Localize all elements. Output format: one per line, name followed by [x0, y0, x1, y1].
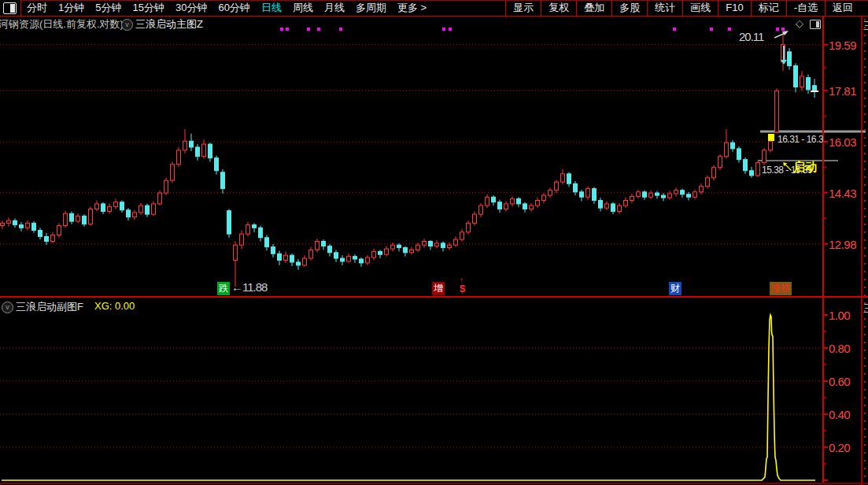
- signal-dot: [781, 28, 785, 31]
- candle-body: [171, 165, 175, 180]
- resistance-level-label: 16.31 - 16.33: [778, 134, 823, 145]
- candle-body: [246, 225, 250, 234]
- candle-body: [441, 243, 445, 248]
- candle-body: [731, 143, 735, 149]
- candle-body: [95, 204, 99, 209]
- low-price-label: ←11.88: [231, 280, 267, 294]
- candle-body: [39, 231, 42, 237]
- candle-body: [227, 211, 231, 234]
- candle-body: [492, 197, 496, 202]
- candle-body: [580, 192, 584, 197]
- candle-body: [467, 223, 471, 231]
- candle-body: [133, 213, 137, 217]
- candle-body: [637, 192, 641, 197]
- signal-dot: [317, 28, 320, 31]
- candle-body: [265, 238, 269, 247]
- signal-dot: [449, 28, 452, 31]
- candle-body: [404, 248, 408, 253]
- high-price-label: 20.11: [739, 30, 763, 43]
- candle-body: [341, 258, 345, 261]
- candle-body: [259, 228, 263, 237]
- candle-body: [183, 141, 187, 150]
- price-axis-label: 12.98: [829, 238, 856, 251]
- xg-value-label: XG: 0.00: [94, 300, 135, 312]
- candle-body: [83, 216, 87, 224]
- candle-body: [64, 213, 68, 225]
- candle-body: [366, 257, 370, 263]
- candle-body: [391, 245, 395, 249]
- candle-body: [775, 91, 779, 132]
- candle-body: [718, 157, 722, 168]
- candle-body: [662, 195, 666, 198]
- chevron-down-icon[interactable]: v: [121, 19, 133, 31]
- signal-dot: [776, 28, 779, 31]
- signal-dot: [442, 28, 445, 31]
- diamond-icon[interactable]: ◇: [796, 17, 803, 29]
- candle-body: [284, 255, 288, 260]
- sub-axis-label: 0.60: [829, 375, 850, 388]
- candle-body: [353, 257, 357, 259]
- candle-body: [536, 201, 540, 206]
- candle-body: [649, 193, 653, 197]
- candle-body: [177, 150, 181, 165]
- candle-body: [794, 66, 798, 87]
- candle-body: [410, 250, 414, 252]
- candle-body: [13, 220, 17, 224]
- candle-body: [687, 194, 691, 197]
- candle-body: [668, 194, 672, 198]
- candle-body: [574, 183, 578, 192]
- candle-body: [347, 257, 351, 261]
- candle-body: [70, 213, 74, 221]
- candle-body: [379, 251, 382, 254]
- candle-body: [567, 174, 571, 183]
- candle-body: [45, 236, 49, 241]
- signal-dot: [710, 28, 713, 31]
- candle-body: [807, 78, 811, 90]
- chart-canvas[interactable]: [0, 0, 868, 485]
- candle-body: [750, 171, 754, 176]
- candle-body: [744, 160, 748, 171]
- candle-body: [542, 195, 546, 200]
- price-axis-label: 17.81: [829, 84, 856, 98]
- candle-body: [561, 174, 565, 182]
- signal-dot: [728, 28, 731, 31]
- event-badge-涨榜: 涨榜: [770, 282, 792, 295]
- candle-body: [108, 206, 112, 211]
- stock-title: 河钢资源(日线.前复权.对数): [0, 17, 124, 31]
- candle-body: [681, 191, 685, 194]
- candle-body: [372, 251, 376, 257]
- candle-body: [26, 223, 30, 228]
- arrow-up-icon: ↑: [460, 276, 464, 284]
- candle-body: [549, 191, 552, 195]
- candle-body: [656, 193, 659, 195]
- candle-body: [700, 187, 704, 192]
- candle-body: [114, 202, 118, 207]
- candle-body: [385, 249, 389, 254]
- sub-axis-label: 0.80: [829, 342, 850, 355]
- candle-body: [504, 204, 508, 209]
- candle-body: [209, 144, 212, 158]
- candle-body: [416, 245, 420, 250]
- candle-body: [479, 205, 483, 214]
- candle-body: [486, 197, 489, 205]
- candle-body: [76, 216, 80, 221]
- candle-body: [303, 258, 307, 265]
- price-axis-label: 19.59: [829, 39, 856, 52]
- candle-body: [309, 250, 313, 258]
- candle-body: [593, 189, 597, 201]
- split-pane-icon[interactable]: [810, 20, 821, 29]
- candle-body: [1, 223, 5, 225]
- candle-body: [435, 243, 439, 246]
- chevron-down-icon[interactable]: v: [2, 302, 13, 313]
- candle-body: [473, 214, 477, 223]
- candle-body: [234, 245, 238, 260]
- main-indicator-title: 三浪启动主图Z: [135, 17, 203, 31]
- candle-body: [297, 262, 301, 265]
- event-badge-增: 增: [432, 282, 445, 295]
- candle-body: [190, 141, 194, 147]
- candle-body: [158, 193, 162, 204]
- trading-app-window: 分时1分钟5分钟15分钟30分钟60分钟日线周线月线多周期更多 > 显示复权叠加…: [0, 0, 868, 485]
- candle-body: [555, 182, 559, 191]
- cropped-next-pane-title: 三: [863, 19, 868, 33]
- sub-axis-label: 1.00: [829, 309, 850, 322]
